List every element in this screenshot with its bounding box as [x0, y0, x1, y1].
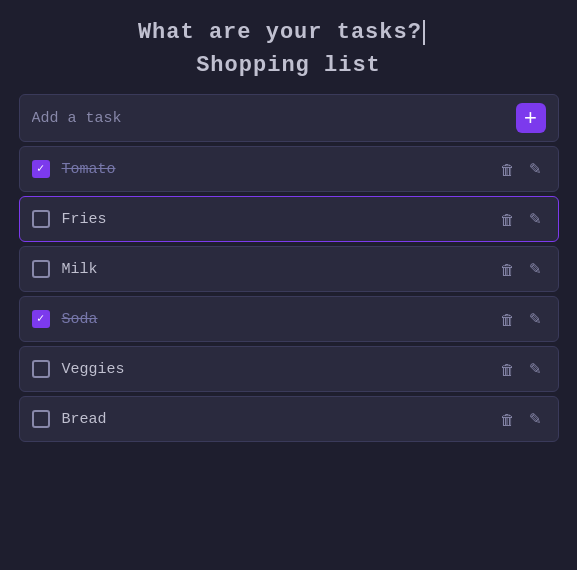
trash-icon: 🗑	[500, 211, 515, 228]
task-label-milk: Milk	[62, 261, 488, 278]
task-checkbox-veggies[interactable]	[32, 360, 50, 378]
task-delete-button-bread[interactable]: 🗑	[496, 409, 519, 430]
task-edit-button-veggies[interactable]: ✎	[525, 358, 546, 380]
trash-icon: 🗑	[500, 411, 515, 428]
task-edit-input-fries[interactable]	[62, 211, 488, 228]
task-edit-button-fries[interactable]: ✎	[525, 208, 546, 230]
task-actions-fries: 🗑✎	[496, 208, 546, 230]
trash-icon: 🗑	[500, 361, 515, 378]
task-edit-button-milk[interactable]: ✎	[525, 258, 546, 280]
task-label-veggies: Veggies	[62, 361, 488, 378]
task-row: Milk🗑✎	[19, 246, 559, 292]
task-delete-button-tomato[interactable]: 🗑	[496, 159, 519, 180]
task-delete-button-veggies[interactable]: 🗑	[496, 359, 519, 380]
add-task-input[interactable]	[32, 110, 516, 127]
task-actions-soda: 🗑✎	[496, 308, 546, 330]
page-heading: What are your tasks?	[138, 20, 439, 45]
task-edit-button-soda[interactable]: ✎	[525, 308, 546, 330]
task-edit-button-tomato[interactable]: ✎	[525, 158, 546, 180]
task-checkbox-fries[interactable]	[32, 210, 50, 228]
task-row: Tomato🗑✎	[19, 146, 559, 192]
task-actions-tomato: 🗑✎	[496, 158, 546, 180]
task-actions-veggies: 🗑✎	[496, 358, 546, 380]
task-checkbox-tomato[interactable]	[32, 160, 50, 178]
task-checkbox-soda[interactable]	[32, 310, 50, 328]
task-label-tomato: Tomato	[62, 161, 488, 178]
edit-icon: ✎	[529, 360, 542, 378]
heading-text: What are your tasks?	[138, 20, 422, 45]
edit-icon: ✎	[529, 260, 542, 278]
edit-icon: ✎	[529, 410, 542, 428]
task-label-soda: Soda	[62, 311, 488, 328]
task-delete-button-milk[interactable]: 🗑	[496, 259, 519, 280]
task-delete-button-soda[interactable]: 🗑	[496, 309, 519, 330]
task-row: 🗑✎	[19, 196, 559, 242]
task-actions-milk: 🗑✎	[496, 258, 546, 280]
heading-cursor	[423, 20, 439, 45]
edit-icon: ✎	[529, 310, 542, 328]
task-edit-button-bread[interactable]: ✎	[525, 408, 546, 430]
task-checkbox-milk[interactable]	[32, 260, 50, 278]
task-actions-bread: 🗑✎	[496, 408, 546, 430]
task-list: Tomato🗑✎🗑✎Milk🗑✎Soda🗑✎Veggies🗑✎Bread🗑✎	[19, 146, 559, 446]
task-row: Soda🗑✎	[19, 296, 559, 342]
task-delete-button-fries[interactable]: 🗑	[496, 209, 519, 230]
edit-icon: ✎	[529, 160, 542, 178]
trash-icon: 🗑	[500, 311, 515, 328]
add-task-button[interactable]: +	[516, 103, 546, 133]
task-checkbox-bread[interactable]	[32, 410, 50, 428]
add-task-row: +	[19, 94, 559, 142]
task-label-bread: Bread	[62, 411, 488, 428]
trash-icon: 🗑	[500, 161, 515, 178]
trash-icon: 🗑	[500, 261, 515, 278]
app-container: What are your tasks? Shopping list + Tom…	[19, 20, 559, 446]
edit-icon: ✎	[529, 210, 542, 228]
list-title: Shopping list	[196, 53, 381, 78]
task-row: Bread🗑✎	[19, 396, 559, 442]
task-row: Veggies🗑✎	[19, 346, 559, 392]
